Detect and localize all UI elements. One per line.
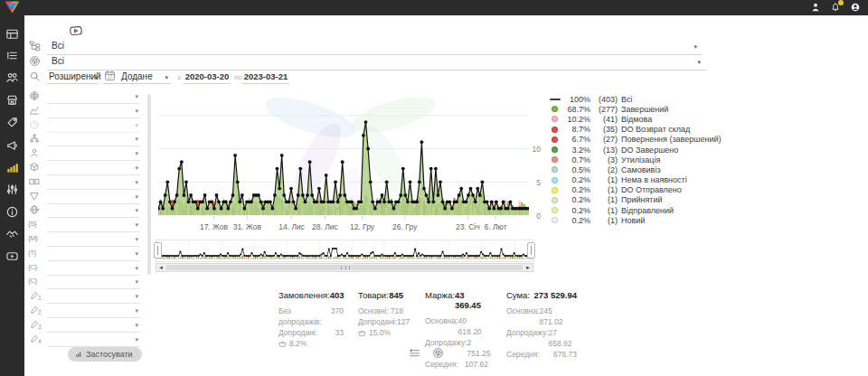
chevron-down-icon: ▾ <box>135 135 138 144</box>
search-mode-select[interactable]: Розширений ▾ <box>47 70 98 84</box>
pencil-number: 1 <box>38 295 42 301</box>
sidebar-item-settings-icon[interactable] <box>5 183 19 196</box>
filter-row-brace-t[interactable]: {T}▾ <box>29 248 140 260</box>
legend-count: (277) <box>590 105 618 114</box>
filter-row-person[interactable]: ▾ <box>29 147 140 160</box>
legend-percent: 10.2% <box>561 115 590 124</box>
legend-item[interactable]: 10.2%(41)Відмова <box>549 114 722 124</box>
legend-item[interactable]: 0.2%(1)Новий <box>549 215 722 225</box>
filter-row-banknote[interactable]: ▾ <box>29 176 140 189</box>
brand-logo[interactable] <box>5 1 20 14</box>
legend-label: Нема в наявності <box>621 175 687 184</box>
legend-item[interactable]: 8.7%(35)DO Возврат склад <box>549 125 722 135</box>
legend-percent: 0.2% <box>561 195 590 204</box>
filter-row-package[interactable]: ▾ <box>29 162 140 174</box>
navigator-right-handle[interactable] <box>527 242 535 258</box>
filter-row-pencil-3[interactable]: 3▾ <box>29 319 140 332</box>
sidebar-item-megaphone-icon[interactable] <box>5 138 19 152</box>
scroll-right-arrow[interactable]: ► <box>524 264 533 271</box>
legend-item[interactable]: 0.7%(3)Утилізація <box>549 155 722 164</box>
legend-dot-swatch <box>552 106 558 112</box>
legend-label: Самовивіз <box>621 165 661 174</box>
help-video-icon[interactable] <box>66 24 86 38</box>
chevron-down-icon: ▾ <box>135 249 138 258</box>
stats-subvalue: 370 <box>331 306 344 327</box>
person-icon <box>29 147 40 158</box>
filter-row-funnel[interactable]: ▾ <box>29 191 140 203</box>
filter-row-chart-area[interactable]: ▾ <box>29 105 140 118</box>
sidebar-item-dashboard-icon[interactable] <box>5 27 19 41</box>
legend-item[interactable]: 6.7%(27)Повернення (завершений) <box>549 135 722 145</box>
user-icon[interactable] <box>810 2 821 13</box>
legend-dot-swatch <box>552 166 558 173</box>
sidebar-item-customers-icon[interactable] <box>5 70 19 84</box>
filter-row-globe[interactable]: ▾ <box>29 90 140 103</box>
filter-row-brace-m[interactable]: {M}▾ <box>29 233 140 246</box>
sidebar-item-info-icon[interactable] <box>5 205 19 219</box>
notifications-bell[interactable] <box>830 2 841 13</box>
legend-item[interactable]: 0.5%(2)Самовивіз <box>549 164 722 174</box>
chevron-down-icon: ▾ <box>135 277 138 287</box>
sidebar-item-statistics-icon[interactable] <box>5 161 19 174</box>
filter-row-brace-c[interactable]: {C}▾ <box>29 276 140 288</box>
product-view-icon[interactable] <box>432 347 444 359</box>
scrollbar-thumb[interactable] <box>166 265 523 270</box>
sidebar-item-orders-icon[interactable] <box>5 49 19 62</box>
legend-item[interactable]: 68.7%(277)Завершений <box>549 104 722 114</box>
date-from-label: з <box>177 73 181 81</box>
sidebar-item-store-icon[interactable] <box>5 93 19 107</box>
scroll-left-arrow[interactable]: ◄ <box>156 264 165 271</box>
filter-row-pencil-4[interactable]: 4▾ <box>29 334 140 346</box>
legend-item[interactable]: 3.2%(13)DO Завершено <box>549 145 722 155</box>
filter-row-pencil-2[interactable]: 2▾ <box>29 305 140 317</box>
filter-row-help[interactable]: ?▾ <box>29 119 140 132</box>
x-tick-label: 12. Гру <box>344 222 381 231</box>
product-box-icon <box>29 55 41 67</box>
legend-item[interactable]: 0.2%(1)Відправлений <box>549 205 722 215</box>
upsell-rate: 8.2% <box>278 339 344 348</box>
legend-count: (1) <box>590 185 618 194</box>
date-field-select[interactable]: 17 Додане ▾ <box>103 70 170 84</box>
product-filter-select[interactable]: Всі ▾ <box>29 55 706 69</box>
chevron-down-icon: ▾ <box>135 206 138 215</box>
search-icon <box>29 70 41 82</box>
filter-row-hierarchy[interactable]: ▾ <box>29 133 140 146</box>
legend-label: DO Отправлено <box>621 185 682 194</box>
legend-dot-swatch <box>552 116 558 122</box>
filter-row-brace-s[interactable]: {S}▾ <box>29 219 140 231</box>
legend-item[interactable]: 0.2%(1)DO Отправлено <box>549 185 722 195</box>
y-tick-label: 0 <box>530 212 541 221</box>
legend-count: (1) <box>590 175 618 184</box>
category-tree-icon <box>29 40 41 52</box>
legend-item[interactable]: 0.2%(1)Прийнятий <box>549 195 722 205</box>
date-from-input[interactable]: 2020-03-20 <box>184 70 231 84</box>
chevron-down-icon: ▾ <box>135 264 138 273</box>
legend-label: DO Завершено <box>621 146 678 155</box>
filter-row-brace-c[interactable]: {C}▾ <box>29 262 140 275</box>
legend-label: Всі <box>621 95 633 104</box>
sidebar-item-video-icon[interactable] <box>5 249 19 263</box>
legend-item[interactable]: 100%(403)Всі <box>549 94 722 104</box>
filter-row-pencil-1[interactable]: 1▾ <box>29 290 140 303</box>
legend-item[interactable]: 0.2%(1)Нема в наявності <box>549 175 722 185</box>
filter-panel-scrollbar[interactable] <box>147 94 151 275</box>
chart-legend: 100%(403)Всі68.7%(277)Завершений10.2%(41… <box>549 94 722 225</box>
chevron-down-icon: ▾ <box>94 73 98 82</box>
legend-label: Повернення (завершений) <box>621 135 722 144</box>
apply-button[interactable]: Застосувати <box>68 347 142 362</box>
avatar-icon[interactable] <box>850 2 861 13</box>
navigator-left-handle[interactable] <box>154 242 162 258</box>
sidebar-item-price-tag-icon[interactable] <box>5 116 19 129</box>
search-mode-value: Розширений <box>49 71 101 81</box>
filter-row-globe-grid[interactable]: ▾ <box>29 204 140 217</box>
date-to-input[interactable]: 2023-03-21 <box>242 70 289 84</box>
banknote-icon <box>29 176 40 187</box>
legend-label: Новий <box>621 216 645 225</box>
sidebar-item-partners-icon[interactable] <box>5 227 19 240</box>
upsell-percent: 8.2% <box>289 339 307 348</box>
category-filter-select[interactable]: Всі ▾ <box>29 40 703 53</box>
apply-button-label: Застосувати <box>86 350 133 359</box>
range-navigator[interactable] <box>156 240 533 262</box>
list-view-icon[interactable] <box>409 347 420 359</box>
legend-percent: 68.7% <box>561 105 590 114</box>
